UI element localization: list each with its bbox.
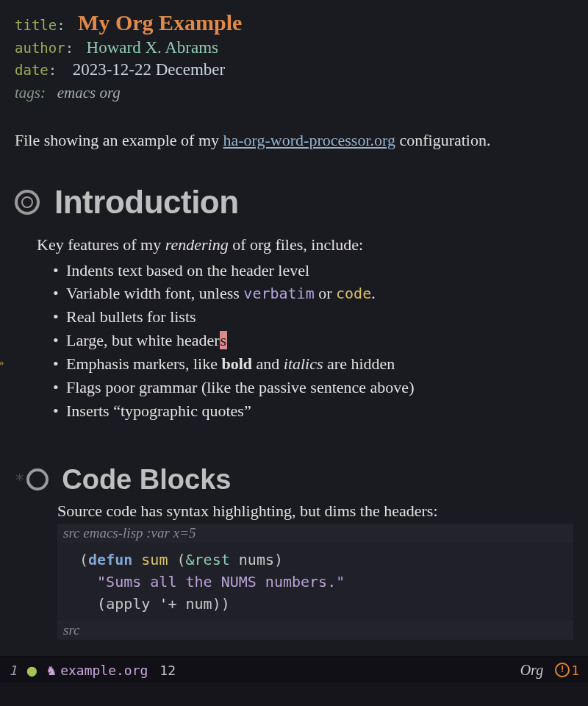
list-item: Indents text based on the header level	[53, 259, 573, 282]
document-date: 2023-12-22 December	[73, 60, 226, 79]
heading-bullet-icon	[26, 468, 49, 491]
modified-indicator-icon: ●	[27, 661, 37, 680]
intro-paragraph: File showing an example of my ha-org-wor…	[15, 130, 573, 151]
section-code-body: Source code has syntax highlighting, but…	[57, 502, 573, 640]
major-mode[interactable]: Org	[520, 662, 543, 679]
src-intro-text: Source code has syntax highlighting, but…	[57, 502, 573, 521]
meta-key-date: date	[15, 62, 49, 78]
features-lead: Key features of my rendering of org file…	[37, 235, 573, 254]
buffer-filename[interactable]: example.org	[60, 663, 148, 678]
meta-title-line: title: My Org Example	[15, 10, 573, 35]
flycheck-warnings[interactable]: ! 1	[555, 663, 579, 678]
meta-author-line: author: Howard X. Abrams	[15, 38, 573, 57]
feature-list: Indents text based on the header level V…	[37, 259, 573, 423]
document-title: My Org Example	[78, 10, 242, 35]
list-item: Variable width font, unless verbatim or …	[53, 282, 573, 305]
editor-buffer[interactable]: title: My Org Example author: Howard X. …	[0, 0, 588, 655]
meta-key-tags: tags:	[15, 84, 46, 101]
heading-bullet-icon	[15, 190, 40, 215]
meta-key-author: author	[15, 40, 65, 56]
doom-icon: ♞	[47, 661, 56, 679]
list-item: Real bullets for lists	[53, 305, 573, 329]
meta-tags-line: tags: emacs org	[15, 84, 573, 102]
code-text: code	[336, 285, 371, 302]
heading1-text: Introduction	[54, 184, 239, 221]
section-introduction-body: Key features of my rendering of org file…	[37, 235, 573, 423]
fringe-arrow-icon: »	[0, 355, 4, 371]
src-block-header: src emacs-lisp :var x=5	[57, 524, 573, 543]
heading2-text: Code Blocks	[62, 464, 231, 496]
mode-line[interactable]: 1 ● ♞ example.org 12 Org ! 1	[0, 656, 588, 682]
warning-icon: !	[555, 663, 570, 677]
line-number: 12	[159, 663, 176, 678]
document-tags: emacs org	[57, 84, 121, 101]
window-number: 1	[9, 663, 17, 678]
verbatim-text: verbatim	[243, 285, 314, 302]
meta-key-title: title	[15, 17, 57, 33]
list-item: Flags poor grammar (like the passive sen…	[53, 376, 573, 399]
list-item: Large, but white headers	[53, 329, 573, 352]
text-cursor: s	[220, 331, 228, 349]
heading-introduction[interactable]: Introduction	[15, 184, 573, 221]
config-link[interactable]: ha-org-word-processor.org	[223, 131, 395, 149]
src-block-footer: src	[57, 621, 573, 640]
minibuffer[interactable]	[0, 682, 588, 706]
src-block[interactable]: (defun sum (&rest nums) "Sums all the NU…	[57, 543, 573, 621]
document-author: Howard X. Abrams	[87, 38, 219, 57]
list-item: Inserts “typographic quotes”	[53, 399, 573, 423]
meta-date-line: date: 2023-12-22 December	[15, 60, 573, 79]
heading-star-dim: *	[15, 471, 24, 489]
warning-count: 1	[571, 663, 579, 678]
heading-code-blocks[interactable]: * Code Blocks	[15, 464, 573, 496]
list-item: » Emphasis markers, like bold and italic…	[53, 352, 573, 376]
